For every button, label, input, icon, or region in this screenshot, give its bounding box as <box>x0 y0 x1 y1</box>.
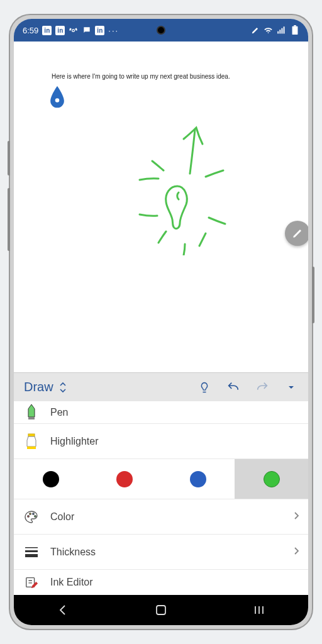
hotspot-icon <box>69 26 78 35</box>
swatch-red[interactable] <box>87 459 161 499</box>
thickness-row[interactable]: Thickness <box>14 535 308 570</box>
toolbar-expand-button[interactable] <box>278 374 304 401</box>
battery-icon <box>290 26 299 35</box>
pen-icon <box>23 404 40 421</box>
svg-point-13 <box>33 513 35 514</box>
chevron-right-icon <box>293 547 299 558</box>
svg-rect-19 <box>157 606 165 614</box>
nav-home-button[interactable] <box>154 603 168 617</box>
swatch-black[interactable] <box>14 459 87 499</box>
svg-point-0 <box>72 29 75 31</box>
tool-pen-row[interactable]: Pen <box>14 401 308 424</box>
undo-button[interactable] <box>220 374 247 401</box>
color-swatches <box>14 459 308 499</box>
edit-fab[interactable] <box>285 221 308 246</box>
hint-lightbulb-button[interactable] <box>191 374 218 401</box>
svg-rect-10 <box>27 447 36 449</box>
draw-toolbar: Draw <box>14 372 308 401</box>
ink-editor-icon <box>23 575 40 589</box>
chat-icon <box>82 26 91 35</box>
highlighter-label: Highlighter <box>50 436 98 447</box>
palette-icon <box>23 510 40 524</box>
phone-power-button <box>312 267 314 323</box>
more-notifications-icon: ··· <box>108 26 119 35</box>
svg-rect-2 <box>279 30 280 33</box>
redo-icon <box>255 380 269 394</box>
nav-back-button[interactable] <box>56 603 70 617</box>
linkedin-icon: in <box>95 26 104 35</box>
screen: 6:59 in in in ··· <box>14 19 308 625</box>
svg-rect-9 <box>28 434 35 436</box>
phone-frame: 6:59 in in in ··· <box>10 15 312 629</box>
color-label: Color <box>50 511 74 523</box>
svg-rect-1 <box>277 31 279 33</box>
swatch-green[interactable] <box>235 459 308 499</box>
svg-point-7 <box>55 98 60 103</box>
color-row[interactable]: Color <box>14 499 308 535</box>
redo-button[interactable] <box>249 374 275 401</box>
mode-label: Draw <box>24 380 53 394</box>
status-bar: 6:59 in in in ··· <box>14 19 308 42</box>
linkedin-icon: in <box>42 26 52 35</box>
status-time: 6:59 <box>23 26 38 35</box>
document-text: Here is where I'm going to write up my n… <box>52 73 230 80</box>
lightbulb-icon <box>198 381 211 394</box>
highlighter-icon <box>23 433 40 450</box>
swatch-blue[interactable] <box>161 459 235 499</box>
document-canvas[interactable]: Here is where I'm going to write up my n… <box>14 42 308 372</box>
svg-rect-4 <box>284 26 285 33</box>
wifi-icon <box>264 26 273 35</box>
svg-rect-8 <box>28 417 35 419</box>
svg-point-12 <box>30 513 31 514</box>
svg-rect-3 <box>282 28 283 33</box>
ink-sketch <box>89 92 253 255</box>
svg-rect-15 <box>25 547 38 548</box>
recents-icon <box>253 605 265 615</box>
thickness-icon <box>23 547 40 558</box>
ink-editor-label: Ink Editor <box>50 577 93 588</box>
linkedin-icon: in <box>55 26 65 35</box>
nav-recents-button[interactable] <box>252 603 266 617</box>
back-icon <box>57 604 69 616</box>
android-nav-bar <box>14 595 308 625</box>
tool-highlighter-row[interactable]: Highlighter <box>14 424 308 459</box>
ink-editor-row[interactable]: Ink Editor <box>14 570 308 595</box>
pen-label: Pen <box>50 407 68 418</box>
home-icon <box>155 604 167 616</box>
signal-icon <box>277 26 286 35</box>
svg-rect-5 <box>292 26 297 35</box>
pen-indicator-icon <box>250 26 260 35</box>
front-camera <box>157 26 165 35</box>
svg-rect-16 <box>25 550 38 552</box>
undo-icon <box>226 380 240 394</box>
ribbon-mode-selector[interactable]: Draw <box>18 376 74 398</box>
pencil-icon <box>292 228 303 239</box>
ink-drop-icon <box>49 86 65 108</box>
svg-point-11 <box>28 515 30 517</box>
caret-down-icon <box>287 384 295 391</box>
thickness-label: Thickness <box>50 547 96 558</box>
updown-chevron-icon <box>58 381 67 394</box>
svg-rect-17 <box>25 554 38 557</box>
svg-point-14 <box>35 515 36 517</box>
tool-options-panel: Pen Highlighter Color <box>14 401 308 595</box>
chevron-right-icon <box>293 511 299 523</box>
svg-rect-6 <box>294 25 296 26</box>
